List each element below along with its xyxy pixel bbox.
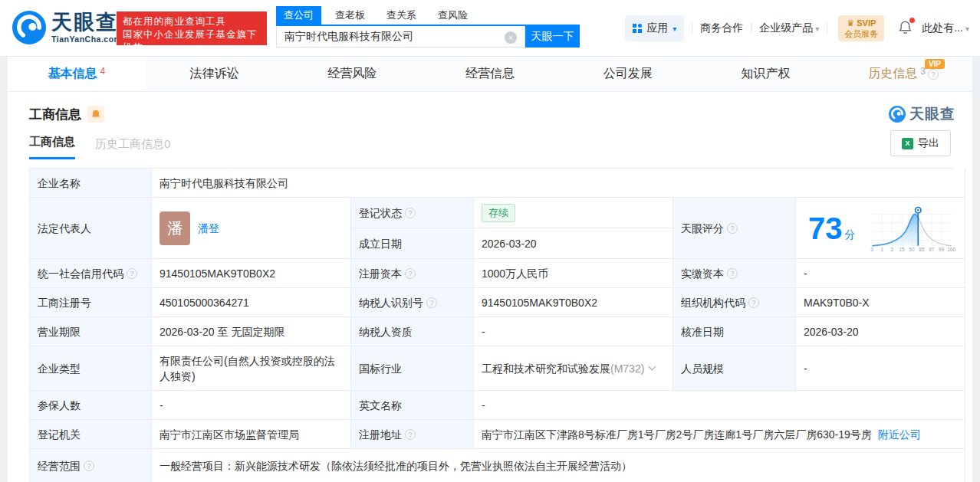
value-tianyan-score[interactable]: 73 分 — [796, 198, 965, 259]
company-card: 基本信息 4 法律诉讼 经营风险 经营信息 公司发展 知识产权 历史信息 3 ?… — [8, 57, 972, 482]
value-paid-capital: - — [796, 259, 965, 288]
svip-service-label: 会员服务 — [844, 28, 878, 39]
monitor-bell-icon[interactable] — [87, 106, 104, 123]
label-taxpayer-id: 纳税人识别号? — [351, 288, 474, 317]
search-input[interactable] — [276, 26, 525, 48]
svg-text:100: 100 — [947, 246, 955, 251]
tab-company-development[interactable]: 公司发展 — [559, 57, 697, 91]
logo-swirl-icon — [889, 106, 906, 123]
svg-text:85: 85 — [919, 246, 925, 251]
promo-banner-line2: 国家中小企业发展子基金旗下机构 — [123, 28, 261, 54]
score-axis-labels: 0 1 3 15 50 85 97 99 100 — [870, 246, 955, 251]
value-staff-size: - — [796, 346, 965, 391]
tab-legal-proceedings[interactable]: 法律诉讼 — [146, 57, 284, 91]
svg-text:50: 50 — [909, 246, 915, 251]
nav-divider — [751, 23, 751, 34]
header: 天眼查 TianYanCha.com 都在用的商业查询工具 国家中小企业发展子基… — [0, 0, 980, 57]
label-taxpayer-quality: 纳税人资质 — [351, 317, 474, 346]
svip-label: SVIP — [857, 18, 876, 28]
help-icon[interactable]: ? — [748, 297, 759, 308]
apps-menu[interactable]: 应用 ▾ — [625, 15, 684, 41]
chevron-down-icon: ▾ — [673, 25, 676, 33]
help-icon[interactable]: ? — [727, 268, 738, 279]
section-title: 工商信息 — [29, 106, 81, 123]
avatar[interactable]: 潘 — [159, 211, 190, 245]
help-icon[interactable]: ? — [405, 208, 416, 218]
label-industry: 国标行业 — [351, 346, 474, 391]
search-button[interactable]: 天眼一下 — [525, 26, 580, 48]
apps-label: 应用 — [646, 21, 668, 35]
nav-enterprise-products[interactable]: 企业级产品 ▾ — [759, 21, 819, 35]
value-taxpayer-quality: - — [474, 317, 673, 346]
tianyancha-logo[interactable]: 天眼查 TianYanCha.com — [12, 11, 121, 44]
value-english-name: - — [474, 391, 965, 420]
help-icon[interactable]: ? — [127, 268, 137, 279]
value-registered-address: 南宁市江南区下津路8号标准厂房1号厂房2号厂房连廊1号厂房六层厂房630-19号… — [474, 420, 965, 449]
section-header: 工商信息 天眼查 — [8, 92, 972, 129]
tab-basic-info[interactable]: 基本信息 4 — [8, 57, 146, 91]
legal-representative-link[interactable]: 潘登 — [198, 221, 219, 236]
tab-history-info[interactable]: 历史信息 3 ? VIP — [834, 57, 972, 91]
industry-code: (M732) — [610, 361, 644, 376]
help-icon[interactable]: ? — [405, 268, 416, 279]
value-company-name: 南宁时代电服科技有限公司 — [152, 169, 965, 198]
status-badge: 存续 — [482, 204, 515, 222]
help-icon[interactable]: ? — [727, 223, 738, 234]
subtab-row: 工商信息 历史工商信息0 X 导出 — [8, 129, 972, 159]
value-organization-code: MAK9T0B0-X — [796, 288, 965, 317]
tab-label: 历史信息 — [868, 66, 917, 82]
help-icon[interactable]: ? — [405, 429, 416, 440]
label-tianyan-score: 天眼评分? — [673, 198, 796, 259]
value-business-scope: 一般经营项目：新兴能源技术研发（除依法须经批准的项目外，凭营业执照依法自主开展经… — [152, 449, 965, 482]
search-tab-risk[interactable]: 查风险 — [430, 6, 475, 25]
label-registration-number: 工商注册号 — [30, 288, 152, 317]
help-icon[interactable]: ? — [84, 461, 94, 471]
search-tab-company[interactable]: 查公司 — [276, 6, 321, 25]
nearby-companies-link[interactable]: 附近公司 — [878, 427, 921, 442]
watermark-logo: 天眼查 — [889, 104, 955, 124]
help-icon[interactable]: ? — [928, 69, 939, 80]
value-industry[interactable]: 工程和技术研究和试验发展 (M732) — [474, 346, 673, 391]
search-tab-boss[interactable]: 查老板 — [327, 6, 373, 25]
export-label: 导出 — [918, 136, 939, 150]
svip-member-badge[interactable]: ♛ SVIP 会员服务 — [838, 15, 884, 41]
vip-badge: VIP — [925, 59, 945, 69]
value-registration-authority: 南宁市江南区市场监督管理局 — [152, 420, 351, 449]
notification-bell-icon[interactable] — [898, 20, 913, 38]
value-taxpayer-id: 91450105MAK9T0B0X2 — [474, 288, 673, 317]
label-insured-count: 参保人数 — [30, 391, 152, 420]
tab-operating-info[interactable]: 经营信息 — [421, 57, 559, 91]
chevron-down-icon: ▾ — [965, 25, 969, 33]
svg-text:15: 15 — [899, 246, 905, 251]
label-business-scope: 经营范围? — [30, 449, 152, 482]
value-business-term: 2026-03-20 至 无固定期限 — [152, 317, 351, 346]
user-menu[interactable]: 此处有... ▾ — [922, 21, 969, 35]
label-company-type: 企业类型 — [30, 346, 152, 391]
svg-text:0: 0 — [870, 246, 873, 251]
chevron-down-icon: ▾ — [815, 25, 819, 33]
promo-banner: 都在用的商业查询工具 国家中小企业发展子基金旗下机构 — [117, 11, 267, 45]
value-legal-representative: 潘 潘登 — [152, 198, 351, 259]
nav-business-cooperation[interactable]: 商务合作 — [700, 21, 743, 35]
nav-divider — [692, 23, 692, 34]
svg-text:99: 99 — [939, 246, 945, 251]
subtab-business-info[interactable]: 工商信息 — [29, 135, 75, 159]
help-icon[interactable]: ? — [426, 297, 437, 308]
chevron-down-icon[interactable] — [649, 363, 656, 371]
label-english-name: 英文名称 — [351, 391, 474, 420]
notification-dot — [909, 18, 915, 23]
address-text: 南宁市江南区下津路8号标准厂房1号厂房2号厂房连廊1号厂房六层厂房630-19号… — [482, 427, 872, 442]
subtab-history-business-info[interactable]: 历史工商信息0 — [95, 137, 170, 159]
clear-icon[interactable]: × — [505, 31, 517, 44]
header-nav: 应用 ▾ 商务合作 企业级产品 ▾ ♛ SVIP 会员服务 此处有... ▾ — [625, 0, 969, 57]
business-info-table: 企业名称 南宁时代电服科技有限公司 法定代表人 潘 潘登 登记状态? 存续 成立… — [29, 168, 953, 482]
svg-text:97: 97 — [929, 246, 935, 251]
value-credit-code: 91450105MAK9T0B0X2 — [152, 259, 351, 288]
search-tab-relation[interactable]: 查关系 — [379, 6, 424, 25]
tab-operating-risk[interactable]: 经营风险 — [283, 57, 421, 91]
label-registered-capital: 注册资本? — [351, 259, 474, 288]
export-button[interactable]: X 导出 — [890, 130, 951, 156]
tab-intellectual-property[interactable]: 知识产权 — [697, 57, 835, 91]
nav-divider — [827, 23, 827, 34]
tab-label: 公司发展 — [603, 66, 653, 82]
